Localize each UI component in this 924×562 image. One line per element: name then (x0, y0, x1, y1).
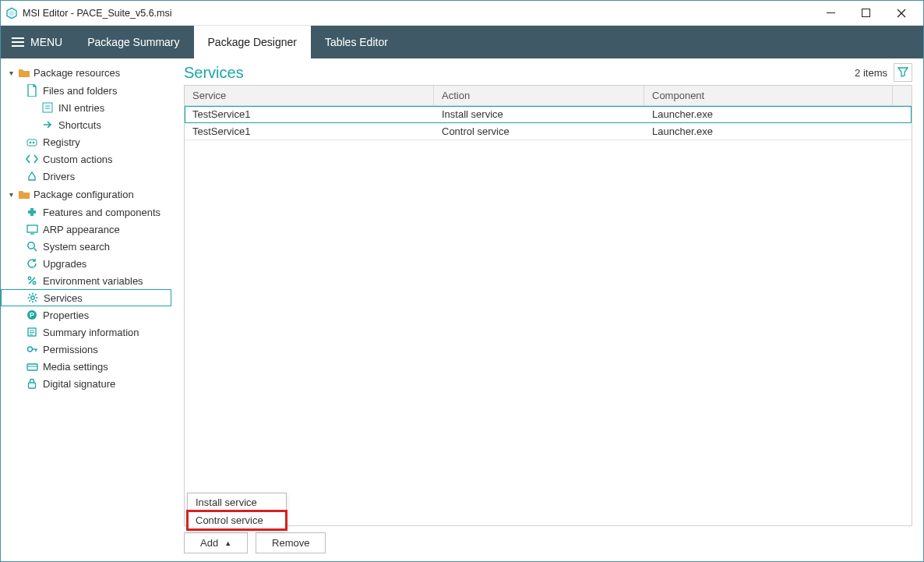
titlebar: MSI Editor - PACE_Suite_v5.6.msi (1, 1, 923, 26)
app-window: MSI Editor - PACE_Suite_v5.6.msi MENU Pa… (0, 0, 924, 562)
svg-rect-42 (29, 383, 36, 388)
media-icon (26, 360, 38, 373)
sidebar-section-configuration: ▾ Package configuration Features and com… (1, 185, 176, 392)
column-header-component[interactable]: Component (644, 86, 893, 105)
file-icon (26, 84, 38, 97)
sidebar-item-properties[interactable]: P Properties (1, 306, 176, 323)
chevron-down-icon: ▾ (7, 190, 15, 199)
sidebar-item-media[interactable]: Media settings (1, 358, 176, 375)
gear-icon (26, 292, 39, 304)
menu-item-control-service[interactable]: Control service (188, 511, 286, 529)
app-icon (5, 7, 18, 19)
sidebar-item-upgrades[interactable]: Upgrades (1, 255, 176, 272)
cell-action: Install service (434, 106, 644, 122)
sidebar-section-label: Package configuration (34, 189, 134, 200)
sidebar-item-features[interactable]: Features and components (1, 203, 176, 221)
sidebar-item-summary[interactable]: Summary information (1, 323, 176, 341)
hamburger-icon (12, 36, 24, 48)
sidebar-item-label: ARP appearance (43, 224, 120, 235)
sidebar-item-ini[interactable]: INI entries (1, 99, 176, 116)
sidebar-item-permissions[interactable]: Permissions (1, 341, 176, 358)
sidebar-item-shortcuts[interactable]: Shortcuts (1, 116, 176, 133)
shortcut-icon (41, 118, 54, 131)
sidebar-item-label: Shortcuts (58, 119, 101, 131)
close-button[interactable] (883, 2, 919, 25)
main-menu-button[interactable]: MENU (1, 26, 73, 58)
sidebar-item-files[interactable]: Files and folders (1, 82, 176, 99)
sidebar-item-signature[interactable]: Digital signature (1, 375, 176, 392)
sidebar-item-system-search[interactable]: System search (1, 238, 176, 255)
remove-button[interactable]: Remove (256, 532, 326, 553)
folder-icon (18, 66, 30, 79)
menu-label: MENU (30, 36, 62, 48)
main-header: Services 2 items (184, 63, 912, 82)
sidebar-section-label: Package resources (34, 67, 120, 79)
svg-point-21 (33, 281, 35, 284)
sidebar-section-header[interactable]: ▾ Package configuration (1, 185, 176, 203)
add-button[interactable]: Add ▲ (184, 532, 248, 553)
remove-button-label: Remove (272, 537, 309, 549)
svg-line-27 (29, 294, 30, 295)
minimize-button[interactable] (813, 2, 848, 25)
sidebar: ▾ Package resources Files and folders IN… (1, 58, 176, 561)
puzzle-icon (26, 206, 38, 218)
prop-icon: P (26, 309, 38, 321)
registry-icon (26, 136, 38, 148)
table-row[interactable]: TestService1 Install service Launcher.ex… (185, 106, 912, 123)
cell-service: TestService1 (185, 106, 434, 122)
svg-marker-1 (9, 10, 14, 16)
driver-icon (26, 170, 38, 182)
cell-component: Launcher.exe (644, 106, 893, 122)
svg-line-29 (35, 294, 37, 295)
table-row[interactable]: TestService1 Control service Launcher.ex… (185, 123, 912, 140)
grid-header: Service Action Component (185, 86, 912, 106)
svg-line-28 (35, 300, 37, 302)
menubar: MENU Package Summary Package Designer Ta… (1, 26, 923, 58)
sidebar-item-custom-actions[interactable]: Custom actions (1, 150, 176, 168)
grid-body[interactable]: TestService1 Install service Launcher.ex… (185, 106, 912, 525)
body: ▾ Package resources Files and folders IN… (1, 58, 923, 561)
svg-line-18 (34, 249, 37, 252)
sidebar-item-registry[interactable]: Registry (1, 133, 176, 150)
sidebar-item-drivers[interactable]: Drivers (1, 168, 176, 185)
column-header-service[interactable]: Service (185, 86, 434, 105)
sidebar-item-label: Permissions (43, 344, 98, 355)
cell-service: TestService1 (185, 123, 434, 140)
sidebar-item-label: System search (43, 241, 110, 253)
column-header-action[interactable]: Action (434, 86, 644, 105)
sidebar-section-header[interactable]: ▾ Package resources (1, 63, 176, 82)
svg-rect-15 (27, 225, 37, 232)
code-icon (26, 153, 38, 165)
monitor-icon (26, 223, 38, 235)
bottom-bar: Install service Control service Add ▲ Re… (184, 532, 912, 553)
maximize-button[interactable] (848, 2, 883, 25)
folder-icon (18, 188, 30, 200)
sidebar-item-label: Digital signature (43, 378, 115, 390)
sidebar-item-env-vars[interactable]: Environment variables (1, 272, 176, 289)
sidebar-item-arp[interactable]: ARP appearance (1, 221, 176, 238)
add-button-label: Add (200, 537, 218, 549)
sidebar-item-services[interactable]: Services (1, 289, 171, 306)
cell-component: Launcher.exe (644, 123, 893, 140)
svg-line-30 (29, 300, 30, 302)
tab-tables-editor[interactable]: Tables Editor (311, 26, 402, 58)
sidebar-item-label: Upgrades (43, 258, 86, 270)
window-title: MSI Editor - PACE_Suite_v5.6.msi (23, 8, 172, 19)
filter-button[interactable] (894, 63, 912, 82)
menu-item-install-service[interactable]: Install service (188, 493, 286, 511)
key-icon (26, 343, 38, 355)
chevron-down-icon: ▾ (7, 69, 15, 77)
services-grid: Service Action Component TestService1 In… (184, 85, 912, 526)
svg-text:P: P (30, 311, 34, 319)
cell-action: Control service (434, 123, 644, 140)
sidebar-item-label: Drivers (43, 171, 75, 182)
sidebar-item-label: Services (44, 292, 83, 304)
sidebar-item-label: Registry (43, 136, 80, 148)
svg-point-13 (30, 142, 32, 144)
sidebar-item-label: Summary information (43, 327, 139, 338)
svg-point-20 (28, 277, 30, 279)
caret-up-icon: ▲ (224, 539, 231, 547)
refresh-icon (26, 257, 38, 270)
tab-package-designer[interactable]: Package Designer (194, 26, 311, 58)
tab-package-summary[interactable]: Package Summary (73, 26, 193, 58)
